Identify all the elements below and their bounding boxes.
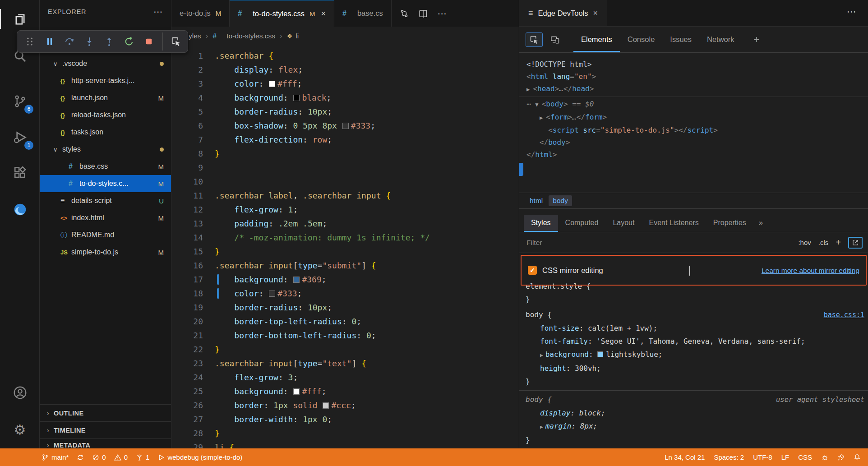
expand-arrow-icon[interactable]: ▶	[540, 424, 543, 430]
edge-devtools-icon[interactable]	[0, 195, 40, 224]
code-line[interactable]: 11.searchbar label, .searchbar input {	[171, 189, 519, 203]
hov-toggle[interactable]: :hov	[798, 239, 811, 246]
learn-more-link[interactable]: Learn more about mirror editing	[762, 264, 859, 277]
css-property[interactable]: ▶background: lightskyblue;	[519, 348, 868, 362]
editor-more-icon[interactable]: ⋯	[434, 5, 450, 22]
settings-gear-icon[interactable]: ⚙	[0, 415, 40, 444]
file-item-simple-to-do-js[interactable]: JSsimple-to-do.jsM	[40, 244, 171, 261]
devtools-tab-elements[interactable]: Elements	[573, 27, 620, 52]
drag-handle-icon[interactable]	[21, 32, 39, 51]
code-line[interactable]: 22}	[171, 342, 519, 356]
section-metadata[interactable]: ›METADATA	[40, 438, 171, 448]
explorer-icon[interactable]	[0, 5, 40, 33]
breadcrumb-item-li[interactable]: ❖li	[287, 32, 299, 40]
code-line[interactable]: 8}	[171, 147, 519, 161]
inspect-button[interactable]	[162, 32, 184, 51]
devtools-panel-tab[interactable]: ≡ Edge DevTools ×	[519, 0, 607, 26]
styles-tab-properties[interactable]: Properties	[706, 215, 753, 232]
code-line[interactable]: 17 background: #369;	[171, 272, 519, 286]
dom-node[interactable]: ▶ <head>…</head>	[526, 83, 868, 96]
breadcrumb-item-to-do-styles-css[interactable]: #to-do-styles.css	[212, 32, 275, 40]
dom-node[interactable]: ▶ <form>…</form>	[526, 111, 868, 124]
dom-node[interactable]: <!DOCTYPE html>	[526, 58, 868, 70]
code-line[interactable]: 15}	[171, 245, 519, 258]
editor-tab-base-cs[interactable]: #base.cs	[334, 0, 392, 27]
css-property[interactable]: font-size: calc(1em + 1vw);	[519, 322, 868, 335]
code-line[interactable]: 9	[171, 161, 519, 175]
open-in-editor-icon[interactable]	[848, 237, 863, 249]
devtools-more-icon[interactable]: ⋯	[847, 6, 856, 17]
code-line[interactable]: 3 color: #fff;	[171, 77, 519, 91]
color-swatch[interactable]	[597, 351, 603, 357]
step-out-button[interactable]	[100, 32, 118, 51]
dom-crumb-body[interactable]: body	[549, 195, 572, 206]
code-editor[interactable]: 1.searchbar {2 display: flex;3 color: #f…	[171, 45, 519, 448]
code-line[interactable]: 29li {	[171, 440, 519, 448]
code-line[interactable]: 26 border: 1px solid #ccc;	[171, 398, 519, 412]
code-line[interactable]: 1.searchbar {	[171, 49, 519, 63]
step-into-button[interactable]	[80, 32, 98, 51]
open-changes-icon[interactable]	[396, 5, 412, 22]
code-line[interactable]: 2 display: flex;	[171, 63, 519, 77]
css-property[interactable]: height: 300vh;	[519, 362, 868, 375]
step-over-button[interactable]	[60, 32, 78, 51]
styles-tab-styles[interactable]: Styles	[524, 215, 558, 232]
dom-crumb-html[interactable]: html	[526, 195, 547, 206]
file-item-readme-md[interactable]: ⓘREADME.md	[40, 226, 171, 244]
cursor-position[interactable]: Ln 34, Col 21	[665, 453, 705, 461]
rule-selector[interactable]: body {	[526, 308, 552, 321]
pause-button[interactable]	[41, 32, 59, 51]
expand-arrow-icon[interactable]: ▶	[540, 352, 543, 358]
cls-toggle[interactable]: .cls	[818, 239, 829, 246]
file-item-details-script[interactable]: ≡details-scriptU	[40, 192, 171, 209]
css-property[interactable]: display: block;	[519, 406, 868, 420]
code-line[interactable]: 18 color: #333;	[171, 286, 519, 300]
file-item-http-server-tasks-j-[interactable]: {}http-server-tasks.j...	[40, 72, 171, 89]
file-item-index-html[interactable]: <>index.htmlM	[40, 209, 171, 226]
account-icon[interactable]	[0, 378, 40, 407]
devtools-tab-network[interactable]: Network	[699, 27, 742, 52]
code-line[interactable]: 19 border-radius: 10px;	[171, 300, 519, 314]
split-editor-icon[interactable]	[415, 5, 431, 22]
code-line[interactable]: 10	[171, 175, 519, 189]
dom-node[interactable]: ⋯ ▼ <body> == $0	[526, 98, 868, 111]
file-item-to-do-styles-c-[interactable]: #to-do-styles.c...M	[40, 175, 171, 192]
rule-selector[interactable]: body {	[526, 393, 552, 406]
section-timeline[interactable]: ›TIMELINE	[40, 421, 171, 438]
devtools-tab-console[interactable]: Console	[620, 27, 663, 52]
css-property[interactable]: ▶margin: 8px;	[519, 420, 868, 434]
encoding[interactable]: UTF-8	[753, 453, 772, 461]
code-line[interactable]: 21 border-bottom-left-radius: 0;	[171, 328, 519, 342]
code-line[interactable]: 27 border-width: 1px 0;	[171, 412, 519, 426]
code-line[interactable]: 24 flex-grow: 3;	[171, 370, 519, 384]
language-mode[interactable]: CSS	[798, 453, 812, 461]
dom-node[interactable]: </html>	[526, 148, 868, 161]
code-line[interactable]: 16.searchbar input[type="submit"] {	[171, 258, 519, 272]
code-line[interactable]: 12 flex-grow: 1;	[171, 203, 519, 217]
explorer-more-icon[interactable]: ⋯	[153, 6, 163, 17]
debug-session[interactable]: webdebug (simple-to-do)	[157, 453, 242, 461]
code-line[interactable]: 23.searchbar input[type="text"] {	[171, 356, 519, 370]
code-line[interactable]: 5 border-radius: 10px;	[171, 105, 519, 119]
bug-button[interactable]	[821, 454, 828, 461]
code-line[interactable]: 7 flex-direction: row;	[171, 133, 519, 147]
dom-node[interactable]: <html lang="en">	[526, 70, 868, 83]
inspect-element-icon[interactable]	[526, 32, 543, 47]
code-line[interactable]: 4 background: black;	[171, 91, 519, 105]
css-property[interactable]: font-family: 'Segoe UI', Tahoma, Geneva,…	[519, 335, 868, 348]
stylesheet-link[interactable]: base.css:1	[824, 309, 864, 322]
dom-node[interactable]: <script src="simple-to-do.js"></script>	[526, 124, 868, 136]
dom-node[interactable]: </body>	[526, 136, 868, 148]
styles-tab-computed[interactable]: Computed	[558, 215, 606, 232]
eol[interactable]: LF	[781, 453, 790, 461]
styles-tab-layout[interactable]: Layout	[605, 215, 642, 232]
dom-tree[interactable]: <!DOCTYPE html><html lang="en">▶ <head>……	[519, 53, 868, 193]
sync-button[interactable]	[77, 454, 84, 461]
errors-count[interactable]: 0	[92, 453, 106, 461]
code-line[interactable]: 28}	[171, 426, 519, 440]
code-line[interactable]: 13 padding: .2em .5em;	[171, 217, 519, 231]
folder-item-styles[interactable]: ∨styles	[40, 141, 171, 158]
editor-tab-to-do-styles-css[interactable]: #to-do-styles.cssM×	[230, 0, 334, 27]
new-style-rule-icon[interactable]: +	[836, 237, 841, 248]
restart-button[interactable]	[120, 32, 138, 51]
